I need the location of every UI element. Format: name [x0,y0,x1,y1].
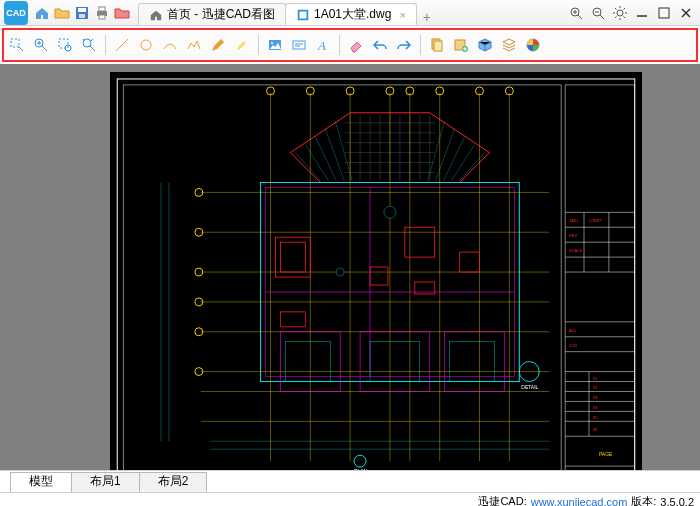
svg-text:LOBBY: LOBBY [589,218,603,223]
svg-rect-131 [360,332,430,392]
svg-rect-124 [280,242,305,272]
svg-text:SCALE: SCALE [569,248,582,253]
tab-label: 首页 - 迅捷CAD看图 [167,6,275,23]
qat-home-icon[interactable] [34,5,50,21]
textbox-tool-icon[interactable] [288,34,310,56]
layout-tab-2[interactable]: 布局2 [139,472,208,492]
home-icon [149,8,163,22]
tab-drawing[interactable]: 1A01大堂.dwg × [285,3,417,25]
svg-rect-135 [450,342,495,382]
tab-close-icon[interactable]: × [399,9,405,21]
svg-rect-11 [659,8,669,18]
tab-label: 1A01大堂.dwg [314,6,391,23]
maximize-button[interactable] [654,4,674,22]
minimize-button[interactable] [632,4,652,22]
layers-stacked-icon[interactable] [498,34,520,56]
svg-rect-20 [293,41,305,49]
svg-rect-125 [405,227,435,257]
svg-point-64 [354,455,366,467]
window-controls [566,4,700,22]
status-version-label: 版本: [631,494,656,506]
svg-point-17 [141,40,151,50]
svg-line-67 [305,145,328,181]
status-url-link[interactable]: www.xunjiecad.com [531,496,628,507]
edit-pencil-icon[interactable] [207,34,229,56]
status-bar: 迅捷CAD: www.xunjiecad.com 版本: 3.5.0.2 [0,492,700,506]
toolbar-separator [258,35,259,55]
polyline-tool-icon[interactable] [183,34,205,56]
svg-line-72 [452,145,475,181]
toolbar-separator [420,35,421,55]
svg-rect-28 [123,85,561,470]
undo-icon[interactable] [369,34,391,56]
svg-line-75 [428,121,445,181]
svg-line-71 [460,153,485,181]
layout-tab-1[interactable]: 布局1 [71,472,140,492]
svg-point-19 [271,42,273,44]
svg-line-66 [295,153,320,181]
zoom-out-icon[interactable] [54,34,76,56]
svg-rect-7 [300,11,307,18]
add-tab-button[interactable]: + [416,9,438,25]
svg-text:06: 06 [593,427,598,432]
toolbar-separator [339,35,340,55]
layout-tabs: 模型 布局1 布局2 [0,470,700,492]
cube-3d-icon[interactable] [474,34,496,56]
svg-text:05: 05 [593,415,598,420]
svg-text:PLAN: PLAN [354,469,367,470]
svg-rect-132 [445,332,505,392]
svg-point-137 [336,268,344,276]
arc-tool-icon[interactable] [159,34,181,56]
document-tabs: 首页 - 迅捷CAD看图 1A01大堂.dwg × + [138,0,438,25]
layout-tab-model[interactable]: 模型 [10,472,72,492]
settings-gear-icon[interactable] [610,4,630,22]
color-wheel-icon[interactable] [522,34,544,56]
svg-rect-29 [565,85,635,470]
svg-line-68 [315,137,336,181]
svg-point-10 [617,10,623,16]
svg-text:A01: A01 [569,328,577,333]
svg-text:1A01: 1A01 [569,218,579,223]
svg-text:REV: REV [569,233,578,238]
highlighter-icon[interactable] [231,34,253,56]
eraser-tool-icon[interactable] [345,34,367,56]
qat-save-icon[interactable] [74,5,90,21]
svg-rect-14 [59,39,68,48]
line-tool-icon[interactable] [111,34,133,56]
svg-point-136 [384,206,396,218]
svg-line-74 [436,129,455,181]
layer-sheet-icon[interactable] [426,34,448,56]
svg-text:03: 03 [593,395,598,400]
zoom-window-icon[interactable] [6,34,28,56]
zoom-in-icon[interactable] [30,34,52,56]
qat-recent-icon[interactable] [114,5,130,21]
svg-line-70 [335,121,352,181]
app-logo: CAD [4,1,28,25]
svg-rect-4 [99,7,105,11]
svg-rect-23 [434,41,442,51]
svg-text:DETAIL: DETAIL [521,385,538,390]
svg-text:02: 02 [593,385,597,390]
svg-line-73 [444,137,465,181]
zoom-extents-icon[interactable] [78,34,100,56]
toolbar-separator [105,35,106,55]
qat-open-icon[interactable] [54,5,70,21]
title-bar: CAD 首页 - 迅捷CAD看图 1A01大堂.dwg × + [0,0,700,26]
tab-home[interactable]: 首页 - 迅捷CAD看图 [138,3,286,25]
layer-add-icon[interactable] [450,34,472,56]
svg-text:01: 01 [593,376,598,381]
svg-line-69 [325,129,344,181]
drawing-viewport[interactable]: 1A01LOBBY REVSCALE A011:50 0102 0304 050… [110,72,642,470]
quick-access-toolbar [32,5,132,21]
drawing-canvas-area[interactable]: 1A01LOBBY REVSCALE A011:50 0102 0304 050… [0,64,700,470]
image-tool-icon[interactable] [264,34,286,56]
qat-print-icon[interactable] [94,5,110,21]
svg-rect-134 [370,342,420,382]
svg-text:1:50: 1:50 [569,343,578,348]
redo-icon[interactable] [393,34,415,56]
magnify-minus-icon[interactable] [588,4,608,22]
circle-tool-icon[interactable] [135,34,157,56]
text-a-tool-icon[interactable]: A [312,34,334,56]
magnify-plus-icon[interactable] [566,4,586,22]
close-button[interactable] [676,4,696,22]
